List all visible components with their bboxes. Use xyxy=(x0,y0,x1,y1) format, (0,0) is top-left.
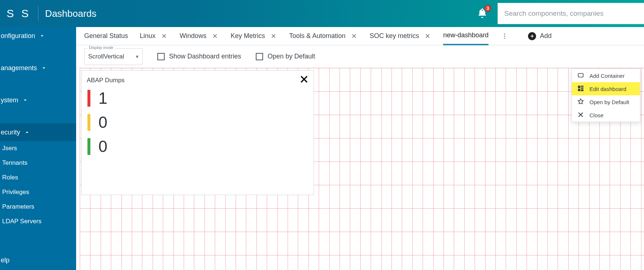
tab-general-status[interactable]: General Status xyxy=(84,27,128,45)
tab-key-metrics[interactable]: Key Metrics ✕ xyxy=(231,27,277,45)
metric-row-yellow: 0 xyxy=(82,110,314,134)
widget-title: ABAP Dumps xyxy=(87,77,125,84)
sidebar-sub-label: Jsers xyxy=(2,145,17,152)
sidebar-item-system[interactable]: ystem xyxy=(0,91,76,109)
bell-icon xyxy=(476,14,488,20)
menu-label: Close xyxy=(589,112,603,118)
search-box[interactable] xyxy=(498,3,644,24)
checkbox-icon xyxy=(157,53,165,60)
menu-label: Add Container xyxy=(589,73,625,79)
brand-suffix: S S xyxy=(4,7,36,20)
dashboard-canvas[interactable]: ABAP Dumps 1 0 0 xyxy=(80,68,644,270)
menu-open-by-default[interactable]: Open by Default xyxy=(572,95,640,109)
tab-label: new-dashboard xyxy=(443,31,488,39)
display-mode-select[interactable]: Display mode ScrollVertical ▾ xyxy=(84,48,143,65)
metric-row-red: 1 xyxy=(82,86,314,110)
add-tab-button[interactable]: + Add xyxy=(528,32,551,40)
chevron-down-icon: ▾ xyxy=(136,53,139,60)
tabs-row: General Status Linux ✕ Windows ✕ Key Met… xyxy=(76,27,644,45)
sidebar-sub-label: Privileges xyxy=(2,189,29,196)
metric-value: 0 xyxy=(98,137,107,156)
svg-point-0 xyxy=(482,9,483,11)
svg-rect-9 xyxy=(581,89,584,91)
tab-label: Tools & Automation xyxy=(289,32,345,40)
tab-linux[interactable]: Linux ✕ xyxy=(140,27,168,45)
topbar: S S Dashboards 3 xyxy=(0,0,644,27)
svg-point-2 xyxy=(504,35,505,37)
toolbar: Display mode ScrollVertical ▾ Show Dashb… xyxy=(76,45,644,68)
svg-point-3 xyxy=(504,38,505,39)
close-icon[interactable]: ✕ xyxy=(269,32,277,40)
sidebar-item-help[interactable]: elp xyxy=(0,251,76,269)
sidebar-sub-ldap-servers[interactable]: LDAP Servers xyxy=(0,214,76,229)
tab-windows[interactable]: Windows ✕ xyxy=(180,27,219,45)
tab-actions-menu: Add Container Edit dashboard Open by Def… xyxy=(572,69,640,122)
notifications-button[interactable]: 3 xyxy=(476,7,488,20)
sidebar: onfiguration anagements ystem ecurity Js… xyxy=(0,27,76,270)
plus-circle-icon: + xyxy=(528,32,536,40)
tab-label: General Status xyxy=(84,32,128,40)
status-bar-green-icon xyxy=(87,138,90,155)
menu-label: Open by Default xyxy=(589,99,629,105)
add-tab-label: Add xyxy=(540,32,551,40)
tab-more-button[interactable] xyxy=(500,27,509,45)
grid-icon xyxy=(577,85,584,93)
square-icon xyxy=(577,72,584,80)
close-icon[interactable]: ✕ xyxy=(211,32,219,40)
notification-badge: 3 xyxy=(484,4,492,12)
chevron-up-icon xyxy=(24,129,30,136)
sidebar-item-managements[interactable]: anagements xyxy=(0,59,76,77)
tab-soc-key-metrics[interactable]: SOC key metrics ✕ xyxy=(370,27,431,45)
sidebar-sub-users[interactable]: Jsers xyxy=(0,141,76,156)
svg-rect-7 xyxy=(581,87,584,88)
search-input[interactable] xyxy=(504,9,637,18)
sidebar-sub-label: Roles xyxy=(2,174,18,181)
checkbox-icon xyxy=(256,53,263,60)
show-dashboard-entries-checkbox[interactable]: Show Dashboard entries xyxy=(157,53,241,60)
widget-close-button[interactable] xyxy=(299,74,309,86)
sidebar-sub-label: Tennants xyxy=(2,159,27,167)
close-icon[interactable]: ✕ xyxy=(350,32,358,40)
status-bar-red-icon xyxy=(87,90,90,107)
sidebar-item-security[interactable]: ecurity xyxy=(0,123,76,141)
display-mode-value: ScrollVertical xyxy=(88,53,136,60)
metric-value: 0 xyxy=(98,113,107,132)
tab-label: Linux xyxy=(140,32,156,40)
widget-abap-dumps[interactable]: ABAP Dumps 1 0 0 xyxy=(81,70,314,195)
sidebar-item-label: elp xyxy=(1,256,10,264)
sidebar-sub-parameters[interactable]: Parameters xyxy=(0,199,76,214)
metric-row-green: 0 xyxy=(82,134,314,159)
close-icon xyxy=(577,111,584,119)
sidebar-item-label: ystem xyxy=(1,96,18,104)
svg-rect-6 xyxy=(581,85,584,87)
sidebar-item-label: anagements xyxy=(1,64,37,72)
chevron-down-icon xyxy=(39,33,45,39)
chevron-down-icon xyxy=(22,97,29,103)
menu-add-container[interactable]: Add Container xyxy=(572,69,640,82)
svg-rect-8 xyxy=(578,88,581,91)
tab-label: Windows xyxy=(180,32,206,40)
sidebar-sub-label: Parameters xyxy=(2,203,34,210)
sidebar-sub-tenants[interactable]: Tennants xyxy=(0,156,76,170)
checkbox-label: Open by Default xyxy=(267,53,315,60)
open-by-default-checkbox[interactable]: Open by Default xyxy=(256,53,315,60)
star-icon xyxy=(577,98,584,106)
tab-label: Key Metrics xyxy=(231,32,265,40)
page-title: Dashboards xyxy=(45,8,96,19)
display-mode-legend: Display mode xyxy=(87,45,115,50)
sidebar-item-label: onfiguration xyxy=(1,32,35,40)
tab-label: SOC key metrics xyxy=(370,32,419,40)
svg-point-1 xyxy=(504,33,505,34)
tab-new-dashboard[interactable]: new-dashboard xyxy=(443,27,488,45)
sidebar-item-label: ecurity xyxy=(1,129,20,136)
tab-tools-automation[interactable]: Tools & Automation ✕ xyxy=(289,27,358,45)
close-icon[interactable]: ✕ xyxy=(423,32,431,40)
sidebar-sub-roles[interactable]: Roles xyxy=(0,170,76,185)
main: General Status Linux ✕ Windows ✕ Key Met… xyxy=(76,27,644,270)
menu-edit-dashboard[interactable]: Edit dashboard xyxy=(572,82,640,95)
sidebar-sub-privileges[interactable]: Privileges xyxy=(0,185,76,199)
close-icon[interactable]: ✕ xyxy=(160,32,168,40)
svg-rect-5 xyxy=(578,85,581,88)
menu-close[interactable]: Close xyxy=(572,109,640,122)
sidebar-item-configuration[interactable]: onfiguration xyxy=(0,27,76,45)
